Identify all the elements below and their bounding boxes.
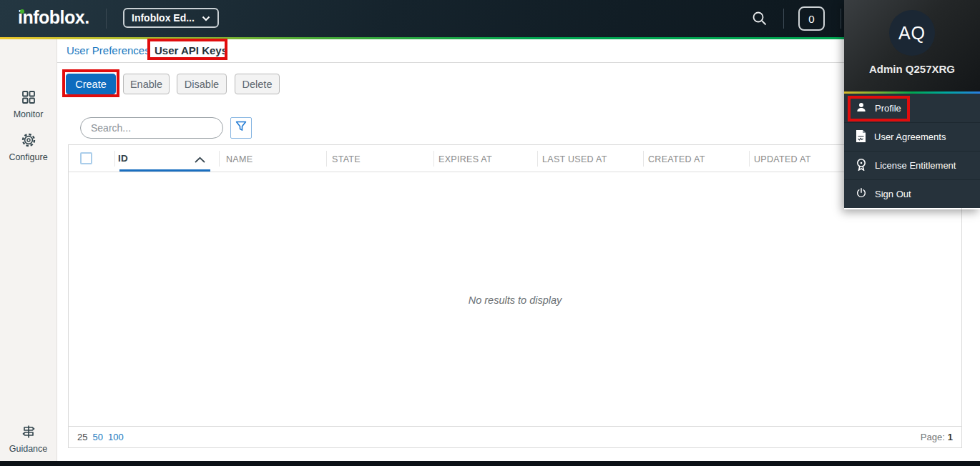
menu-item-label: Sign Out [875, 189, 911, 199]
tab-user-api-keys[interactable]: User API Keys [155, 44, 227, 56]
license-badge-icon [856, 158, 867, 173]
user-name: Admin Q257XRG [844, 63, 980, 75]
app-selector-label: Infoblox Ed... [132, 12, 195, 24]
gear-icon [21, 132, 36, 150]
create-button[interactable]: Create [66, 74, 116, 94]
chevron-down-icon [202, 12, 210, 24]
grid-icon [21, 89, 36, 107]
select-all-checkbox[interactable] [80, 152, 92, 164]
enable-button[interactable]: Enable [123, 74, 170, 94]
column-header-name[interactable]: NAME [226, 154, 253, 164]
document-icon [856, 130, 866, 144]
sidebar-item-configure[interactable]: Configure [0, 132, 57, 162]
user-menu-panel: AQ Admin Q257XRG Profile User Agreements… [844, 0, 980, 209]
person-icon [856, 101, 867, 115]
menu-item-profile[interactable]: Profile [844, 94, 980, 122]
header-divider [783, 9, 784, 29]
header-accent-gradient [0, 37, 980, 39]
notification-count: 0 [808, 13, 814, 25]
menu-item-license-entitlement[interactable]: License Entitlement [844, 151, 980, 179]
page-size-selector: 25 50 100 [77, 432, 124, 442]
window-bottom-bar [0, 461, 980, 466]
column-separator [749, 151, 750, 167]
api-keys-table: ID NAME STATE EXPIRES AT LAST USED AT CR… [68, 144, 962, 448]
top-header-bar: infoblox. Infoblox Ed... 0 [0, 0, 980, 37]
signpost-icon [21, 424, 36, 442]
menu-item-user-agreements[interactable]: User Agreements [844, 122, 980, 151]
user-panel-menu: Profile User Agreements License Entitlem… [844, 94, 980, 208]
search-icon[interactable] [751, 10, 768, 27]
column-separator [326, 151, 327, 167]
column-header-state[interactable]: STATE [332, 154, 361, 164]
disable-button[interactable]: Disable [177, 74, 227, 94]
sidebar-item-monitor[interactable]: Monitor [0, 89, 57, 119]
menu-item-sign-out[interactable]: Sign Out [844, 179, 980, 208]
column-separator [114, 151, 115, 167]
sidebar-item-label: Configure [9, 152, 47, 162]
menu-item-label: User Agreements [874, 132, 946, 142]
page-size-50[interactable]: 50 [92, 432, 102, 442]
power-icon [856, 187, 867, 201]
sort-asc-icon [194, 154, 206, 167]
search-input[interactable] [80, 117, 223, 139]
sidebar-item-label: Monitor [14, 109, 44, 119]
page-size-25[interactable]: 25 [77, 432, 87, 442]
sorted-column-underline [119, 169, 210, 172]
infoblox-logo: infoblox. [18, 7, 89, 28]
table-footer: 25 50 100 Page:1 [69, 426, 961, 447]
menu-item-label: License Entitlement [875, 160, 956, 171]
sidebar-item-label: Guidance [9, 444, 48, 454]
filter-funnel-icon [235, 120, 248, 136]
table-body: No results to display [69, 172, 961, 427]
page-number: 1 [948, 432, 953, 442]
user-panel-header: AQ Admin Q257XRG [844, 0, 980, 91]
avatar[interactable]: AQ [889, 10, 935, 56]
column-header-expires-at[interactable]: EXPIRES AT [438, 154, 492, 164]
column-separator [433, 151, 434, 167]
notification-counter[interactable]: 0 [798, 6, 825, 31]
header-divider [841, 9, 841, 29]
header-divider [106, 9, 107, 29]
tabs-divider [57, 62, 980, 63]
page-indicator: Page:1 [921, 432, 953, 442]
left-sidebar: Monitor Configure Guidance ? [0, 39, 57, 461]
column-header-id[interactable]: ID [118, 153, 128, 164]
tab-user-preferences[interactable]: User Preferences [67, 44, 150, 56]
table-header-row: ID NAME STATE EXPIRES AT LAST USED AT CR… [69, 145, 961, 172]
column-separator [643, 151, 644, 167]
app-selector-dropdown[interactable]: Infoblox Ed... [123, 8, 219, 28]
column-separator [537, 151, 538, 167]
logo-green-dot-icon [20, 9, 24, 14]
column-header-last-used-at[interactable]: LAST USED AT [542, 154, 607, 164]
delete-button[interactable]: Delete [235, 74, 280, 94]
empty-results-message: No results to display [469, 294, 562, 306]
sidebar-item-guidance[interactable]: Guidance [0, 424, 57, 454]
page-size-100[interactable]: 100 [108, 432, 124, 442]
column-header-updated-at[interactable]: UPDATED AT [754, 154, 811, 164]
column-separator [219, 151, 220, 167]
column-header-created-at[interactable]: CREATED AT [648, 154, 705, 164]
filter-button[interactable] [230, 117, 252, 139]
menu-item-label: Profile [875, 103, 901, 114]
page-label: Page: [921, 432, 945, 442]
